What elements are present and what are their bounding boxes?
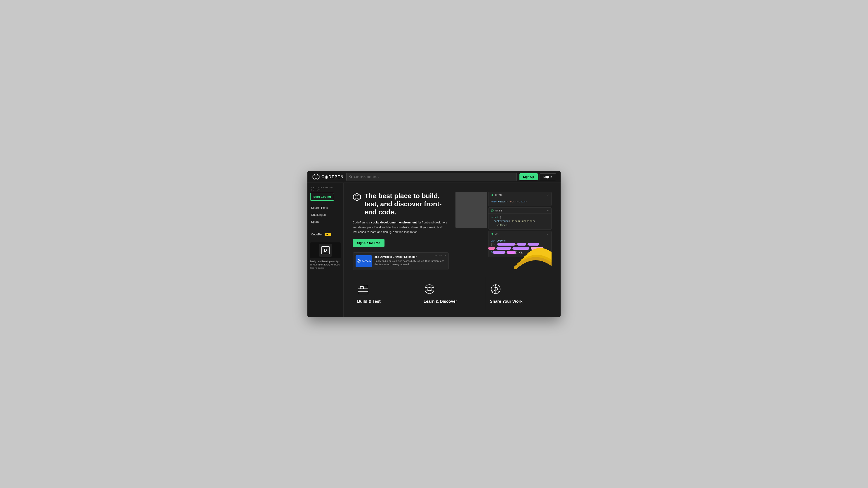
devtools-logo-icon [357, 259, 361, 263]
svg-rect-22 [517, 243, 526, 246]
nav-buttons: Sign Up Log In [520, 173, 556, 180]
sidebar-item-codepen-pro[interactable]: CodePen PRO [307, 231, 343, 238]
js-panel-chevron-icon[interactable] [546, 233, 549, 235]
svg-marker-11 [355, 195, 359, 199]
svg-point-8 [350, 175, 352, 177]
svg-point-20 [492, 233, 493, 234]
sidebar-item-challenges[interactable]: Challenges [307, 211, 343, 218]
scss-panel-header: SCSS [489, 207, 551, 214]
html-gear-icon [491, 193, 494, 197]
scss-gear-icon [491, 209, 494, 212]
code-preview-bg [456, 192, 487, 228]
html-panel-title: HTML [491, 193, 503, 197]
hero-left: The best place to build, test, and disco… [352, 192, 449, 270]
main-content: The best place to build, test, and disco… [344, 183, 561, 317]
ad-logo-inner: D [321, 246, 330, 254]
sponsor-card[interactable]: SPONSOR DevTools axe DevTools Browser Ex… [352, 252, 449, 270]
svg-point-18 [492, 195, 493, 196]
share-work-icon [490, 283, 502, 295]
svg-line-9 [351, 177, 352, 178]
sponsor-logo-text: DevTools [362, 260, 371, 262]
svg-rect-28 [493, 251, 505, 254]
sponsor-info: axe DevTools Browser Extension Easily fi… [375, 255, 446, 266]
svg-rect-29 [506, 251, 516, 254]
signup-button[interactable]: Sign Up [520, 173, 538, 180]
hero-title-block: The best place to build, test, and disco… [352, 192, 449, 216]
sidebar-ad-text: Design and Development tips in your inbo… [310, 260, 341, 269]
hero-section: The best place to build, test, and disco… [344, 183, 561, 276]
svg-rect-25 [496, 247, 511, 250]
svg-rect-23 [528, 243, 539, 246]
js-panel-title: JS [491, 232, 498, 236]
svg-rect-21 [497, 243, 515, 246]
ad-logo-box: D [319, 244, 332, 257]
scss-panel-chevron-icon[interactable] [546, 209, 549, 212]
hero-right: HTML <div class="rect"></div> [456, 192, 552, 270]
scss-panel: SCSS .rect { background: linear-gradient… [488, 207, 552, 230]
svg-rect-32 [364, 285, 367, 289]
share-work-title: Share Your Work [490, 299, 547, 304]
sidebar-item-search-pens[interactable]: Search Pens [307, 204, 343, 211]
sponsor-label: SPONSOR [434, 254, 446, 257]
svg-point-42 [495, 285, 496, 286]
html-panel-body: <div class="rect"></div> [489, 198, 551, 206]
sidebar-ad[interactable]: D Design and Development tips in your in… [310, 242, 341, 269]
build-test-icon [357, 283, 369, 295]
feature-card-share-work: Share Your Work [485, 277, 552, 310]
js-panel-header: JS [489, 231, 551, 237]
build-test-title: Build & Test [357, 299, 414, 304]
arcs-svg [488, 240, 552, 270]
feature-card-build-test: Build & Test [352, 277, 419, 310]
sidebar: TRY OUR ONLINE EDITOR Start Coding Searc… [307, 183, 344, 317]
search-bar[interactable] [346, 173, 517, 181]
codepen-label: CodePen [311, 233, 323, 236]
hero-title-text: The best place to build, test, and disco… [364, 192, 449, 216]
feature-card-learn-discover: Learn & Discover [419, 277, 486, 310]
logo[interactable]: C◉DEPEN [312, 173, 344, 181]
svg-rect-31 [360, 287, 364, 289]
learn-discover-icon [424, 283, 435, 295]
login-button[interactable]: Log In [539, 173, 556, 180]
codepen-hero-icon [352, 193, 361, 201]
scss-panel-title: SCSS [491, 209, 502, 212]
logo-text: C◉DEPEN [321, 174, 344, 180]
search-input[interactable] [354, 175, 514, 178]
hero-description: CodePen is a social development environm… [352, 220, 449, 234]
js-gear-icon [491, 232, 494, 236]
scss-panel-body: .rect { background: linear-gradient( -11… [489, 214, 551, 229]
pro-badge: PRO [324, 233, 331, 236]
learn-discover-title: Learn & Discover [424, 299, 481, 304]
svg-marker-1 [314, 175, 318, 179]
html-panel-chevron-icon[interactable] [546, 194, 549, 196]
start-coding-button[interactable]: Start Coding [310, 193, 334, 201]
features-section: Build & Test Learn & Discover [344, 277, 561, 317]
sponsor-description: Easily find & fix your web accessibility… [375, 259, 446, 266]
decorative-arcs [488, 240, 552, 270]
svg-rect-26 [513, 247, 529, 250]
html-panel: HTML <div class="rect"></div> [488, 192, 552, 206]
sidebar-item-spark[interactable]: Spark [307, 218, 343, 225]
signup-free-button[interactable]: Sign Up for Free [352, 239, 384, 247]
sponsor-logo: DevTools [355, 255, 372, 267]
sidebar-divider [307, 228, 343, 228]
sidebar-ad-image: D [310, 242, 341, 258]
html-panel-header: HTML [489, 192, 551, 198]
svg-rect-24 [488, 247, 495, 250]
codepen-logo-icon [312, 173, 320, 181]
search-icon [349, 175, 352, 178]
main-layout: TRY OUR ONLINE EDITOR Start Coding Searc… [307, 183, 561, 317]
svg-rect-34 [425, 285, 434, 294]
nav-bar: C◉DEPEN Sign Up Log In [307, 171, 561, 183]
svg-point-19 [492, 210, 493, 211]
sidebar-try-label: TRY OUR ONLINE EDITOR [307, 186, 343, 193]
browser-window: C◉DEPEN Sign Up Log In TRY OUR ONLINE ED… [307, 171, 561, 317]
